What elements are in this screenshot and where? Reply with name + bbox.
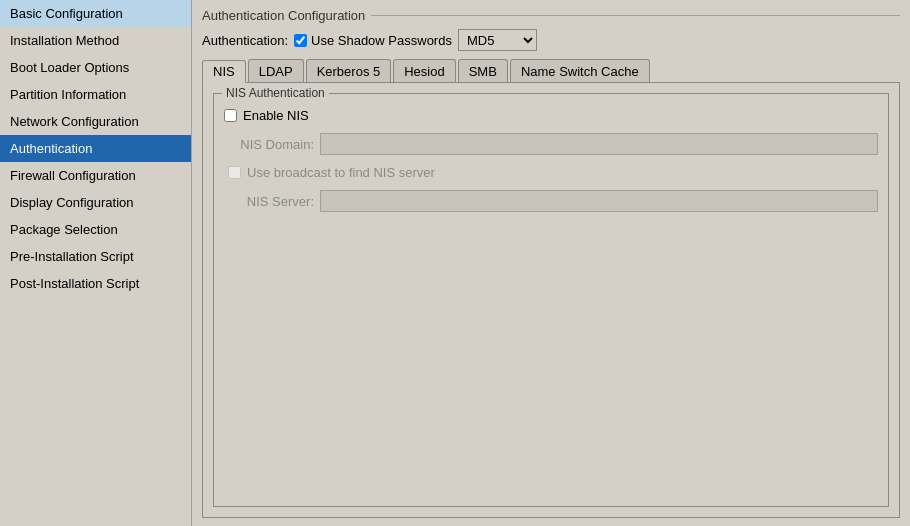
enable-nis-label[interactable]: Enable NIS [243,108,309,123]
sidebar-item-network-configuration[interactable]: Network Configuration [0,108,191,135]
sidebar-item-display-configuration[interactable]: Display Configuration [0,189,191,216]
broadcast-checkbox[interactable] [228,166,241,179]
broadcast-label: Use broadcast to find NIS server [247,165,435,180]
section-title: Authentication Configuration [202,8,900,23]
shadow-passwords-label[interactable]: Use Shadow Passwords [294,33,452,48]
shadow-passwords-checkbox[interactable] [294,34,307,47]
broadcast-row: Use broadcast to find NIS server [224,165,878,180]
tab-hesiod[interactable]: Hesiod [393,59,455,82]
tab-smb[interactable]: SMB [458,59,508,82]
section-title-text: Authentication Configuration [202,8,365,23]
nis-enable-row: Enable NIS [224,108,878,123]
nis-server-label: NIS Server: [224,194,314,209]
tab-bar: NISLDAPKerberos 5HesiodSMBName Switch Ca… [202,59,900,82]
nis-group-title: NIS Authentication [222,86,329,100]
nis-domain-label: NIS Domain: [224,137,314,152]
tab-name-switch-cache[interactable]: Name Switch Cache [510,59,650,82]
nis-group: NIS Authentication Enable NIS NIS Domain… [213,93,889,507]
tab-nis[interactable]: NIS [202,60,246,83]
sidebar-item-authentication[interactable]: Authentication [0,135,191,162]
sidebar: Basic ConfigurationInstallation MethodBo… [0,0,192,526]
sidebar-item-basic-configuration[interactable]: Basic Configuration [0,0,191,27]
main-content: Authentication Configuration Authenticat… [192,0,910,526]
sidebar-item-pre-installation-script[interactable]: Pre-Installation Script [0,243,191,270]
sidebar-item-boot-loader-options[interactable]: Boot Loader Options [0,54,191,81]
tab-kerberos5[interactable]: Kerberos 5 [306,59,392,82]
tabs-container: NISLDAPKerberos 5HesiodSMBName Switch Ca… [202,59,900,518]
auth-header: Authentication: Use Shadow Passwords MD5… [202,29,900,51]
nis-server-input[interactable] [320,190,878,212]
tab-ldap[interactable]: LDAP [248,59,304,82]
sidebar-item-partition-information[interactable]: Partition Information [0,81,191,108]
sidebar-item-post-installation-script[interactable]: Post-Installation Script [0,270,191,297]
sidebar-item-installation-method[interactable]: Installation Method [0,27,191,54]
tab-panel: NIS Authentication Enable NIS NIS Domain… [202,82,900,518]
shadow-passwords-text: Use Shadow Passwords [311,33,452,48]
nis-domain-row: NIS Domain: [224,133,878,155]
enable-nis-checkbox[interactable] [224,109,237,122]
nis-server-row: NIS Server: [224,190,878,212]
sidebar-item-package-selection[interactable]: Package Selection [0,216,191,243]
auth-label: Authentication: [202,33,288,48]
md5-select[interactable]: MD5SHA256SHA512 [458,29,537,51]
nis-domain-input[interactable] [320,133,878,155]
sidebar-item-firewall-configuration[interactable]: Firewall Configuration [0,162,191,189]
